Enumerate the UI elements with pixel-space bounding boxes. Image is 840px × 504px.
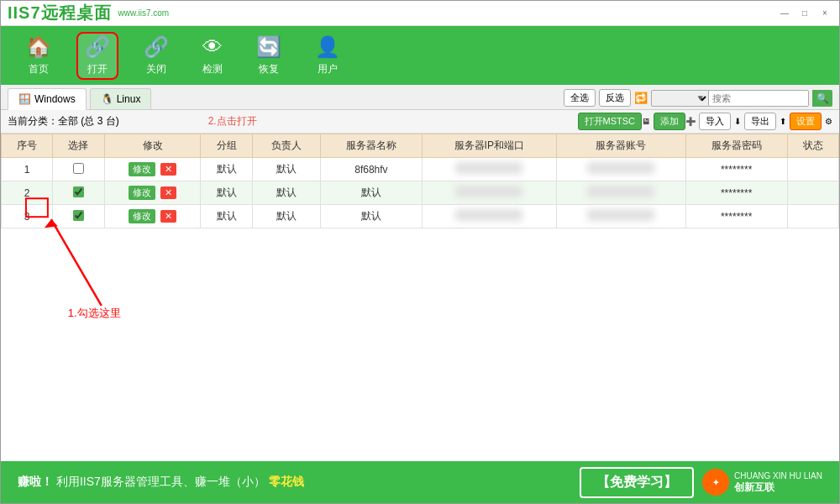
search-button[interactable]: 🔍 bbox=[812, 90, 832, 107]
search-input[interactable] bbox=[708, 90, 809, 107]
tool-user-label: 用户 bbox=[318, 62, 338, 76]
tool-user[interactable]: 👤 用户 bbox=[307, 32, 349, 80]
col-status: 状态 bbox=[787, 134, 838, 158]
col-id: 序号 bbox=[2, 134, 53, 158]
filter-dropdown[interactable] bbox=[651, 90, 710, 107]
row2-edit-cell: 修改 ✕ bbox=[104, 181, 201, 205]
row2-group: 默认 bbox=[201, 181, 252, 205]
row2-del-button[interactable]: ✕ bbox=[160, 186, 176, 199]
brand-logo: ✦ CHUANG XIN HU LIAN 创新互联 bbox=[702, 469, 822, 496]
export-button[interactable]: 导出 bbox=[744, 113, 776, 130]
table-row: 1 修改 ✕ 默认 默认 8f68hfv ******** bbox=[2, 158, 839, 181]
bottom-banner: 赚啦！ 利用IIS7服务器管理工具、赚一堆（小） 零花钱 【免费学习】 ✦ CH… bbox=[1, 461, 839, 503]
row3-ip bbox=[422, 205, 556, 228]
col-group: 分组 bbox=[201, 134, 252, 158]
row2-status bbox=[787, 181, 838, 205]
col-owner: 负责人 bbox=[252, 134, 320, 158]
col-select: 选择 bbox=[53, 134, 104, 158]
row1-status bbox=[787, 158, 838, 181]
row2-name: 默认 bbox=[320, 181, 422, 205]
banner-prefix: 赚啦！ bbox=[18, 475, 53, 488]
server-table: 序号 选择 修改 分组 负责人 服务器名称 服务器IP和端口 服务器账号 服务器… bbox=[1, 134, 839, 228]
tool-restore[interactable]: 🔄 恢复 bbox=[248, 32, 290, 80]
row1-edit-cell: 修改 ✕ bbox=[104, 158, 201, 181]
tool-close-label: 关闭 bbox=[146, 62, 166, 76]
tool-open[interactable]: 🔗 打开 bbox=[76, 32, 118, 80]
row2-account bbox=[556, 181, 685, 205]
row3-edit-button[interactable]: 修改 bbox=[129, 209, 155, 223]
table-header-row: 序号 选择 修改 分组 负责人 服务器名称 服务器IP和端口 服务器账号 服务器… bbox=[2, 134, 839, 158]
app-subtitle: www.iis7.com bbox=[118, 8, 170, 18]
main-toolbar: 🏠 首页 🔗 打开 🔗 关闭 👁 检测 🔄 恢复 👤 用户 bbox=[1, 26, 839, 85]
server-table-container: 序号 选择 修改 分组 负责人 服务器名称 服务器IP和端口 服务器账号 服务器… bbox=[1, 134, 839, 461]
sub-action-buttons: 打开MSTSC 🖥 添加 ➕ 导入 ⬇ 导出 ⬆ 设置 ⚙ bbox=[578, 113, 833, 130]
col-edit: 修改 bbox=[104, 134, 201, 158]
titlebar-left: IIS7远程桌面 www.iis7.com bbox=[8, 2, 169, 24]
row2-ip bbox=[422, 181, 556, 205]
row3-edit-cell: 修改 ✕ bbox=[104, 205, 201, 228]
tab-windows[interactable]: 🪟 Windows bbox=[8, 88, 87, 111]
tool-home-label: 首页 bbox=[29, 62, 49, 76]
tool-detect[interactable]: 👁 检测 bbox=[194, 32, 231, 80]
app-logo: IIS7远程桌面 bbox=[8, 2, 112, 24]
row1-edit-button[interactable]: 修改 bbox=[129, 162, 155, 176]
import-button[interactable]: 导入 bbox=[699, 113, 731, 130]
import-icon: ⬇ bbox=[734, 117, 741, 126]
row2-edit-button[interactable]: 修改 bbox=[129, 186, 155, 200]
row1-group: 默认 bbox=[201, 158, 252, 181]
tool-restore-label: 恢复 bbox=[259, 62, 279, 76]
sub-action-bar: 当前分类：全部 (总 3 台) 2.点击打开 打开MSTSC 🖥 添加 ➕ 导入… bbox=[1, 110, 839, 134]
table-row: 2 修改 ✕ 默认 默认 默认 ******** bbox=[2, 181, 839, 205]
detect-icon: 👁 bbox=[202, 35, 223, 59]
tab-linux[interactable]: 🐧 Linux bbox=[90, 88, 152, 109]
mstsc-icon: 🖥 bbox=[642, 117, 650, 126]
tab-linux-label: Linux bbox=[117, 93, 141, 105]
row2-password: ******** bbox=[685, 181, 787, 205]
window-controls: — □ × bbox=[777, 8, 832, 19]
row1-checkbox[interactable] bbox=[73, 163, 84, 174]
tool-home[interactable]: 🏠 首页 bbox=[18, 32, 60, 80]
windows-icon: 🪟 bbox=[18, 93, 31, 105]
tool-close[interactable]: 🔗 关闭 bbox=[135, 32, 177, 80]
row3-account bbox=[556, 205, 685, 228]
banner-main: 利用IIS7服务器管理工具、赚一堆（小） bbox=[56, 475, 265, 488]
close-button[interactable]: × bbox=[817, 8, 832, 19]
app-container: IIS7远程桌面 www.iis7.com — □ × 🏠 首页 🔗 打开 🔗 … bbox=[0, 0, 840, 504]
export-icon: ⬆ bbox=[780, 117, 786, 126]
refresh-icon[interactable]: 🔁 bbox=[634, 92, 648, 104]
row3-del-button[interactable]: ✕ bbox=[160, 210, 176, 223]
brand-icon: ✦ bbox=[702, 469, 729, 496]
row1-del-button[interactable]: ✕ bbox=[160, 163, 176, 176]
user-icon: 👤 bbox=[315, 35, 340, 59]
row1-checkbox-cell bbox=[53, 158, 104, 181]
row1-id: 1 bbox=[2, 158, 53, 181]
add-button[interactable]: 添加 bbox=[654, 113, 685, 130]
open-mstsc-button[interactable]: 打开MSTSC bbox=[578, 113, 643, 130]
row2-owner: 默认 bbox=[252, 181, 320, 205]
col-name: 服务器名称 bbox=[320, 134, 422, 158]
col-account: 服务器账号 bbox=[556, 134, 685, 158]
tabs-and-actions: 🪟 Windows 🐧 Linux 全选 反选 🔁 ▼ 🔍 bbox=[1, 85, 839, 110]
close-tool-icon: 🔗 bbox=[144, 35, 169, 59]
settings-button[interactable]: 设置 bbox=[790, 113, 822, 130]
brand-name: CHUANG XIN HU LIAN 创新互联 bbox=[734, 470, 822, 495]
settings-icon: ⚙ bbox=[825, 117, 832, 126]
add-icon: ➕ bbox=[685, 117, 696, 126]
maximize-button[interactable]: □ bbox=[797, 8, 812, 19]
invert-button[interactable]: 反选 bbox=[599, 89, 631, 107]
free-learn-button[interactable]: 【免费学习】 bbox=[580, 467, 694, 498]
select-all-button[interactable]: 全选 bbox=[564, 89, 596, 107]
titlebar: IIS7远程桌面 www.iis7.com — □ × bbox=[1, 1, 839, 26]
row2-checkbox[interactable] bbox=[73, 186, 84, 197]
open-icon: 🔗 bbox=[85, 35, 110, 59]
home-icon: 🏠 bbox=[26, 35, 51, 59]
row1-ip bbox=[422, 158, 556, 181]
row3-group: 默认 bbox=[201, 205, 252, 228]
minimize-button[interactable]: — bbox=[777, 8, 792, 19]
banner-highlight: 零花钱 bbox=[269, 475, 304, 488]
row1-account bbox=[556, 158, 685, 181]
row3-checkbox[interactable] bbox=[73, 210, 84, 221]
linux-icon: 🐧 bbox=[101, 93, 113, 105]
row3-checkbox-cell bbox=[53, 205, 104, 228]
table-body: 1 修改 ✕ 默认 默认 8f68hfv ******** bbox=[2, 158, 839, 228]
